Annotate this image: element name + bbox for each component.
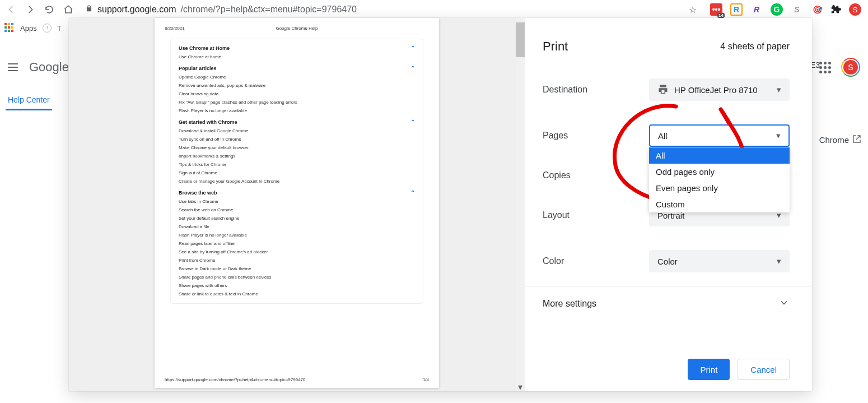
preview-item: Import bookmarks & settings: [179, 154, 415, 159]
print-options-panel: Print 4 sheets of paper Destination HP O…: [525, 18, 812, 391]
preview-item: Sign out of Chrome: [179, 170, 415, 175]
bookmark-t[interactable]: T: [57, 24, 62, 33]
color-value: Color: [657, 257, 678, 266]
pages-value: All: [658, 131, 668, 141]
profile-avatar[interactable]: S: [849, 3, 861, 16]
chevron-up-icon: ⌃: [410, 65, 415, 71]
cancel-button[interactable]: Cancel: [738, 359, 790, 380]
preview-section-header: Use Chrome at Home⌃: [179, 45, 415, 51]
preview-item: Set your default search engine: [179, 216, 415, 221]
preview-item: Update Google Chrome: [179, 75, 415, 80]
extension-s-icon[interactable]: S: [791, 3, 803, 16]
scroll-thumb[interactable]: [516, 22, 525, 57]
tab-help-center[interactable]: Help Center: [6, 91, 52, 110]
url-path: /chrome/?p=help&ctx=menu#topic=9796470: [181, 4, 357, 15]
preview-section-header: Browse the web⌃: [179, 189, 415, 196]
extension-r1-icon[interactable]: R: [730, 3, 743, 16]
more-settings-label: More settings: [543, 299, 596, 309]
pages-option-even[interactable]: Even pages only: [649, 180, 790, 196]
preview-item: Download a file: [179, 224, 415, 229]
menu-icon[interactable]: [8, 63, 18, 71]
preview-item: Print from Chrome: [179, 258, 415, 263]
browser-toolbar: support.google.com/chrome/?p=help&ctx=me…: [0, 0, 868, 19]
more-settings-toggle[interactable]: More settings: [543, 295, 790, 313]
layout-label: Layout: [543, 210, 649, 220]
extension-r2-icon[interactable]: R: [750, 3, 763, 16]
print-button[interactable]: Print: [688, 359, 730, 380]
preview-item: Tips & tricks for Chrome: [179, 162, 415, 167]
forward-button[interactable]: [22, 2, 38, 17]
pages-option-odd[interactable]: Odd pages only: [649, 164, 790, 180]
destination-select[interactable]: HP OfficeJet Pro 8710 ▾: [649, 78, 790, 101]
preview-item: Flash Player is no longer available: [179, 108, 415, 113]
preview-item: Remove unwanted ads, pop-ups & malware: [179, 83, 415, 88]
preview-item: Read pages later and offline: [179, 241, 415, 246]
chevron-up-icon: ⌃: [410, 119, 415, 125]
get-chrome-link[interactable]: Chrome: [819, 135, 861, 145]
print-dialog: 8/20/2021 Google Chrome Help Use Chrome …: [69, 18, 812, 391]
preview-item: Browse in Dark mode or Dark theme: [179, 266, 415, 271]
preview-item: Clear browsing data: [179, 91, 415, 96]
preview-item: See a site by turning off Chrome's ad bl…: [179, 249, 415, 254]
preview-item: Create or manage your Google Account in …: [179, 179, 415, 184]
chevron-down-icon: ▾: [777, 85, 781, 95]
preview-item: Use tabs in Chrome: [179, 199, 415, 204]
back-button[interactable]: [3, 2, 19, 17]
panel-divider: [525, 286, 812, 286]
preview-item: Search the web on Chrome: [179, 207, 415, 212]
chevron-down-icon: ▾: [776, 131, 781, 141]
lock-icon: [85, 4, 93, 15]
chevron-up-icon: ⌃: [410, 45, 415, 51]
print-preview-area: 8/20/2021 Google Chrome Help Use Chrome …: [69, 18, 525, 391]
url-host: support.google.com: [97, 4, 176, 15]
pages-select[interactable]: All ▾: [649, 124, 790, 147]
copies-label: Copies: [543, 170, 649, 180]
preview-scrollbar[interactable]: ▾: [516, 18, 525, 391]
pages-dropdown: All Odd pages only Even pages only Custo…: [649, 147, 790, 212]
extensions-menu-icon[interactable]: [831, 3, 841, 16]
preview-item: Share pages with others: [179, 283, 415, 288]
preview-item: Download & install Google Chrome: [179, 128, 415, 133]
preview-item: Share pages and phone calls between devi…: [179, 275, 415, 280]
destination-label: Destination: [543, 85, 649, 95]
chevron-down-icon: ▾: [777, 256, 781, 266]
pages-option-all[interactable]: All: [649, 147, 790, 164]
color-label: Color: [543, 256, 649, 266]
external-link-icon: [852, 135, 861, 145]
bookmark-apps[interactable]: Apps: [20, 24, 37, 33]
scroll-down-icon[interactable]: ▾: [516, 382, 525, 391]
preview-section-header: Get started with Chrome⌃: [179, 119, 415, 125]
extension-grammarly-icon[interactable]: G: [771, 3, 783, 16]
preview-item: Use Chrome at home: [179, 54, 415, 59]
account-avatar[interactable]: S: [841, 58, 860, 77]
account-avatar-letter: S: [843, 60, 858, 75]
preview-section-header: Popular articles⌃: [179, 65, 415, 71]
bookmark-star-icon[interactable]: ☆: [689, 4, 697, 15]
reload-button[interactable]: [41, 2, 57, 17]
home-button[interactable]: [60, 2, 76, 17]
panel-title: Print: [543, 39, 568, 54]
color-select[interactable]: Color ▾: [649, 250, 790, 272]
preview-page: 8/20/2021 Google Chrome Help Use Chrome …: [155, 18, 439, 388]
pages-option-custom[interactable]: Custom: [649, 196, 790, 212]
extensions-row: •••14 R R G S 🎯 S: [710, 3, 861, 16]
address-bar[interactable]: support.google.com/chrome/?p=help&ctx=me…: [80, 1, 702, 18]
preview-item: Share or link to quotes & text in Chrome: [179, 291, 415, 297]
preview-item: Make Chrome your default browser: [179, 145, 415, 150]
preview-footer-url: https://support.google.com/chrome/?p=hel…: [165, 377, 306, 382]
brand-logo: Google: [29, 60, 69, 75]
extension-lastpass-icon[interactable]: •••14: [710, 3, 722, 16]
preview-item: Turn sync on and off in Chrome: [179, 137, 415, 142]
chevron-up-icon: ⌃: [410, 189, 415, 196]
chevron-down-icon: [778, 297, 790, 311]
preview-item: Flash Player is no longer available: [179, 233, 415, 238]
clock-icon[interactable]: [43, 24, 52, 33]
get-chrome-label: Chrome: [819, 135, 849, 145]
extension-badge: 14: [717, 13, 725, 18]
apps-icon[interactable]: [4, 23, 15, 33]
extension-teams-icon[interactable]: 🎯: [811, 3, 823, 16]
pages-label: Pages: [543, 131, 649, 141]
google-apps-icon[interactable]: [819, 62, 831, 73]
sheet-count: 4 sheets of paper: [720, 41, 790, 52]
preview-footer-pagenum: 1/4: [423, 377, 429, 382]
